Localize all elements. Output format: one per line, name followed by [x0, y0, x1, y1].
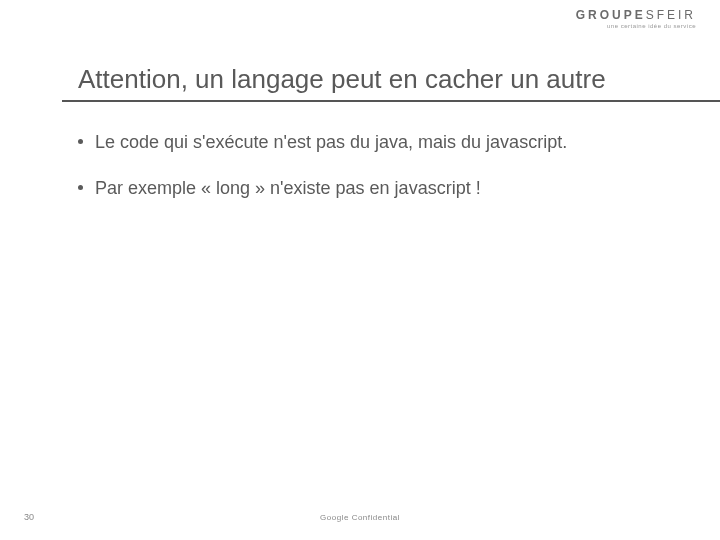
bullet-item: Le code qui s'exécute n'est pas du java,… — [78, 130, 660, 154]
slide: GROUPESFEIR une certaine idée du service… — [0, 0, 720, 540]
logo-sub: une certaine idée du service — [576, 23, 696, 29]
content-area: Le code qui s'exécute n'est pas du java,… — [78, 130, 660, 223]
bullet-item: Par exemple « long » n'existe pas en jav… — [78, 176, 660, 200]
logo: GROUPESFEIR une certaine idée du service — [576, 8, 696, 29]
footer-text: Google Confidential — [0, 513, 720, 522]
bullet-dot-icon — [78, 185, 83, 190]
bullet-text: Par exemple « long » n'existe pas en jav… — [95, 176, 660, 200]
bullet-text: Le code qui s'exécute n'est pas du java,… — [95, 130, 660, 154]
bullet-dot-icon — [78, 139, 83, 144]
slide-title: Attention, un langage peut en cacher un … — [78, 64, 606, 95]
logo-text-a: GROUPE — [576, 8, 646, 22]
title-divider — [62, 100, 720, 102]
logo-text-b: SFEIR — [646, 8, 696, 22]
logo-main: GROUPESFEIR — [576, 8, 696, 22]
